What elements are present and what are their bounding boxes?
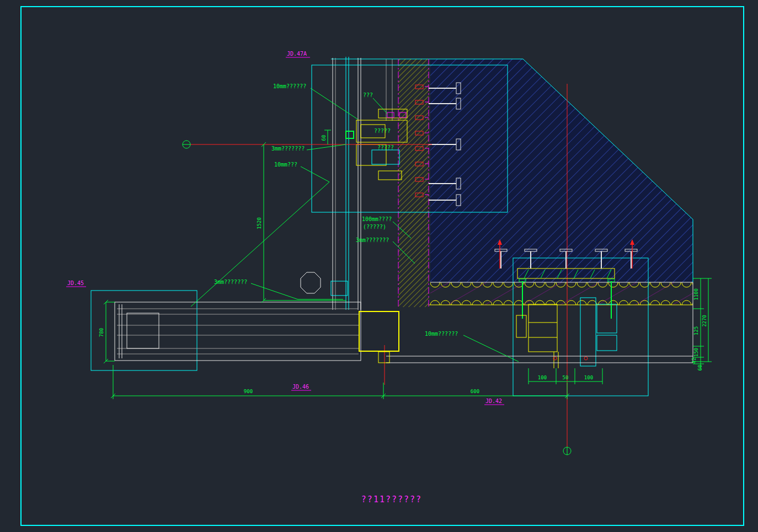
dim-100-a: 100 (538, 375, 547, 380)
title-block: ??11?????? (361, 495, 422, 504)
profile (372, 150, 399, 164)
frame-profile (597, 304, 617, 333)
note-paren: (?????) (363, 224, 386, 230)
note-3mm-lower: 3mm??????? (214, 279, 247, 285)
octagon-sleeve (301, 272, 321, 293)
concrete-hatch-region (430, 59, 693, 282)
leader (373, 98, 387, 114)
dim-780: 780 (99, 328, 104, 337)
note-3mm-left: 3mm??????? (271, 146, 305, 152)
leader (463, 335, 519, 362)
dim-1100: 1100 (693, 288, 699, 300)
frame-profile (580, 298, 596, 366)
left-detail (91, 272, 399, 370)
note-10mm-left: 10mm??? (274, 162, 297, 168)
leader (251, 283, 343, 299)
window-profile (529, 304, 557, 352)
dim-600: 600 (471, 389, 479, 394)
dim-125: 125 (693, 326, 699, 335)
note-3mm-mid: 3mm??????? (356, 237, 389, 243)
insulation-hatch (430, 282, 693, 305)
note-10mm-bottom: 10mm?????? (425, 331, 458, 337)
dim-50: 50 (563, 375, 569, 380)
dim-2270: 2270 (702, 315, 707, 327)
dim-100-b: 100 (584, 375, 593, 380)
dim-42: 42 (691, 358, 697, 364)
setting-block (346, 131, 354, 138)
note-short-1: ??? (363, 92, 373, 98)
dim-60-right: 60 (697, 365, 703, 371)
beam-outline (115, 302, 361, 361)
cad-canvas[interactable]: 1520 60 780 900 600 100 50 100 (0, 0, 758, 532)
leader (311, 88, 357, 119)
ref-jd46: JD.46 (292, 384, 309, 390)
beam-cavity (127, 313, 159, 348)
ref-jd45: JD.45 (67, 280, 84, 286)
leader (191, 166, 329, 307)
note-short-3: ????? (377, 144, 394, 151)
fastener (584, 357, 588, 360)
ref-jd42: JD.42 (485, 398, 502, 404)
cad-viewport[interactable]: 1520 60 780 900 600 100 50 100 (0, 0, 758, 532)
frame-profile (597, 335, 617, 351)
drawing-title: ??11?????? (361, 495, 422, 504)
dim-60-top: 60 (321, 135, 327, 141)
dim-900: 900 (244, 389, 253, 394)
wall-section (398, 59, 429, 307)
dim-1520: 1520 (257, 217, 262, 229)
gasket (387, 112, 394, 117)
slab-insulation-band (429, 282, 693, 305)
bracket-plate (331, 281, 348, 295)
steel-column (359, 311, 399, 351)
note-100mm: 100mm???? (362, 216, 392, 222)
closure-piece (378, 352, 389, 363)
left-detail-boundary (91, 291, 197, 370)
mullion-lines (333, 57, 392, 310)
dim-150: 150 (693, 348, 699, 357)
wall-hatch (398, 59, 429, 307)
note-insulation-top: 10mm?????? (273, 83, 306, 89)
thermal-break (516, 315, 526, 337)
note-short-2: ????? (374, 128, 391, 134)
ref-jd47a: JD.47A (287, 51, 307, 57)
leader (307, 144, 346, 150)
